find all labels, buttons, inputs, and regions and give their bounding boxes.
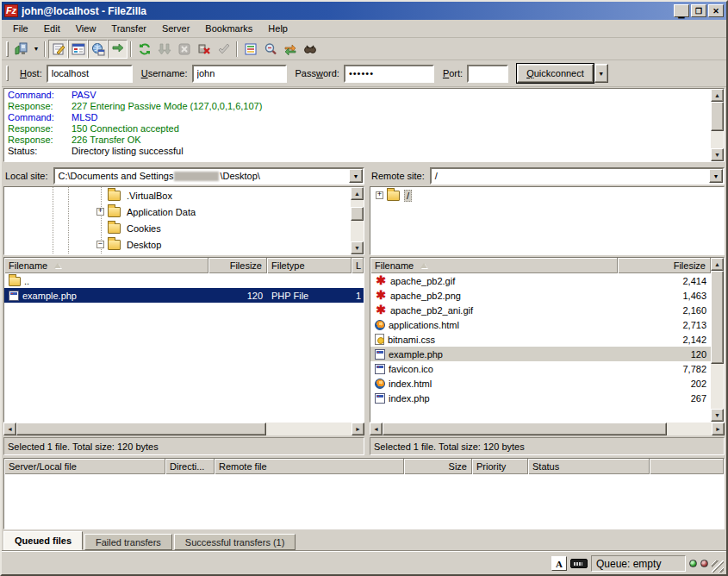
minimize-button[interactable]: ▁ <box>674 4 689 17</box>
file-row[interactable]: index.html 202 <box>370 376 711 391</box>
local-tree-scrollbar[interactable]: ▲ ▼ <box>351 187 364 254</box>
tree-item[interactable]: Cookies <box>4 220 351 236</box>
remote-hscrollbar[interactable]: ◄ ► <box>370 423 725 435</box>
local-hscrollbar[interactable]: ◄ ► <box>3 423 364 435</box>
toggle-message-log-icon[interactable] <box>48 40 68 59</box>
resize-grip[interactable] <box>712 560 724 573</box>
menu-server[interactable]: Server <box>154 21 197 36</box>
combo-dropdown-icon[interactable]: ▼ <box>349 169 363 183</box>
password-input[interactable] <box>344 65 434 83</box>
log-line: Response:226 Transfer OK <box>4 135 711 146</box>
scroll-thumb[interactable] <box>351 207 364 221</box>
column-header-priority[interactable]: Priority <box>472 459 528 474</box>
file-row[interactable]: favicon.ico 7,782 <box>370 361 711 376</box>
scroll-thumb[interactable] <box>383 423 667 435</box>
local-site-combobox[interactable]: C:\Documents and Settings\Desktop\ ▼ <box>53 167 364 185</box>
transfer-queue: Server/Local file Directi... Remote file… <box>3 458 725 529</box>
quickconnect-bar: Host: Username: Password: Port: Quickcon… <box>2 60 726 87</box>
port-input[interactable] <box>467 65 508 83</box>
file-row-selected[interactable]: example.php 120 PHP File 1 <box>4 288 364 303</box>
menu-file[interactable]: File <box>5 21 36 36</box>
close-button[interactable]: ✕ <box>708 4 724 17</box>
queue-tabs: Queued files Failed transfers Successful… <box>2 529 726 550</box>
tree-item[interactable]: +Application Data <box>4 203 351 220</box>
quickconnect-button[interactable]: Quickconnect <box>517 64 594 83</box>
column-header-filename[interactable]: Filename <box>370 258 618 273</box>
log-line: Command:MLSD <box>4 112 711 123</box>
file-row-parent[interactable]: .. <box>4 273 364 288</box>
scroll-down-icon[interactable]: ▼ <box>351 241 364 254</box>
refresh-icon[interactable] <box>134 40 154 59</box>
menu-bookmarks[interactable]: Bookmarks <box>197 21 260 36</box>
queue-header: Server/Local file Directi... Remote file… <box>4 459 724 474</box>
file-row[interactable]: ✱apache_pb2.png 1,463 <box>370 288 711 303</box>
tree-item-root[interactable]: +/ <box>370 187 724 203</box>
host-input[interactable] <box>47 65 133 83</box>
scroll-up-icon[interactable]: ▲ <box>711 89 724 102</box>
tab-failed-transfers[interactable]: Failed transfers <box>84 534 172 550</box>
menu-help[interactable]: Help <box>260 21 296 36</box>
quickconnect-dropdown-icon[interactable]: ▼ <box>594 64 608 83</box>
scroll-left-icon[interactable]: ◄ <box>370 423 383 435</box>
scroll-right-icon[interactable]: ► <box>352 423 364 435</box>
tree-item[interactable]: −Desktop <box>4 236 351 253</box>
process-queue-icon[interactable] <box>154 40 174 59</box>
scroll-down-icon[interactable]: ▼ <box>711 409 724 422</box>
speed-limits-icon[interactable] <box>570 559 588 568</box>
file-row-selected[interactable]: example.php 120 <box>370 347 711 361</box>
cancel-icon[interactable] <box>174 40 194 59</box>
site-manager-dropdown-icon[interactable]: ▼ <box>31 40 41 59</box>
file-row[interactable]: applications.html 2,713 <box>370 317 711 332</box>
column-header-filetype[interactable]: Filetype <box>267 258 352 273</box>
toggle-remote-tree-icon[interactable] <box>88 40 108 59</box>
disconnect-icon[interactable] <box>194 40 214 59</box>
toggle-queue-icon[interactable] <box>108 40 128 59</box>
css-file-icon <box>375 334 384 345</box>
column-header-filesize[interactable]: Filesize <box>208 258 267 273</box>
log-scrollbar[interactable]: ▲ ▼ <box>711 89 724 161</box>
maximize-button[interactable]: ❐ <box>691 4 706 17</box>
combo-dropdown-icon[interactable]: ▼ <box>709 169 723 183</box>
column-header-direction[interactable]: Directi... <box>165 459 215 474</box>
column-header-size[interactable]: Size <box>404 459 472 474</box>
column-header-server-local-file[interactable]: Server/Local file <box>4 459 165 474</box>
file-row[interactable]: ✱apache_pb2_ani.gif 2,160 <box>370 303 711 317</box>
reconnect-icon[interactable] <box>214 40 233 59</box>
expand-icon[interactable]: + <box>96 208 104 216</box>
scroll-up-icon[interactable]: ▲ <box>711 258 724 271</box>
tab-queued-files[interactable]: Queued files <box>3 531 83 550</box>
remote-site-combobox[interactable]: / ▼ <box>430 167 725 185</box>
compare-icon[interactable] <box>260 40 280 59</box>
scroll-down-icon[interactable]: ▼ <box>711 148 724 161</box>
column-header-filesize[interactable]: Filesize <box>618 258 711 273</box>
scroll-thumb[interactable] <box>711 102 724 131</box>
menu-edit[interactable]: Edit <box>36 21 68 36</box>
scroll-up-icon[interactable]: ▲ <box>351 187 364 200</box>
column-header-lastmodified[interactable]: L <box>352 258 364 273</box>
scroll-thumb[interactable] <box>711 271 724 364</box>
menu-view[interactable]: View <box>68 21 104 36</box>
column-header-remote-file[interactable]: Remote file <box>215 459 404 474</box>
file-row[interactable]: index.php 267 <box>370 391 711 405</box>
collapse-icon[interactable]: − <box>96 241 104 248</box>
local-tree: .VirtualBox +Application Data Cookies −D… <box>3 186 364 255</box>
scroll-thumb[interactable] <box>16 423 266 435</box>
filter-icon[interactable] <box>240 40 260 59</box>
site-manager-icon[interactable] <box>11 40 31 59</box>
tree-item[interactable]: .VirtualBox <box>4 187 351 203</box>
toggle-local-tree-icon[interactable] <box>68 40 88 59</box>
find-files-icon[interactable] <box>300 40 320 59</box>
username-input[interactable] <box>192 65 287 83</box>
ascii-datatype-icon[interactable]: A <box>551 556 567 571</box>
file-row[interactable]: ✱apache_pb2.gif 2,414 <box>370 273 711 288</box>
expand-icon[interactable]: + <box>376 191 383 199</box>
menu-transfer[interactable]: Transfer <box>103 21 154 36</box>
file-row[interactable]: bitnami.css 2,142 <box>370 332 711 347</box>
scroll-right-icon[interactable]: ► <box>712 423 725 435</box>
scroll-left-icon[interactable]: ◄ <box>3 423 16 435</box>
tab-successful-transfers[interactable]: Successful transfers (1) <box>174 534 296 550</box>
remote-list-scrollbar[interactable]: ▲ ▼ <box>711 258 724 422</box>
column-header-filename[interactable]: Filename <box>4 258 208 273</box>
column-header-status[interactable]: Status <box>528 459 650 474</box>
sync-browsing-icon[interactable] <box>280 40 300 59</box>
